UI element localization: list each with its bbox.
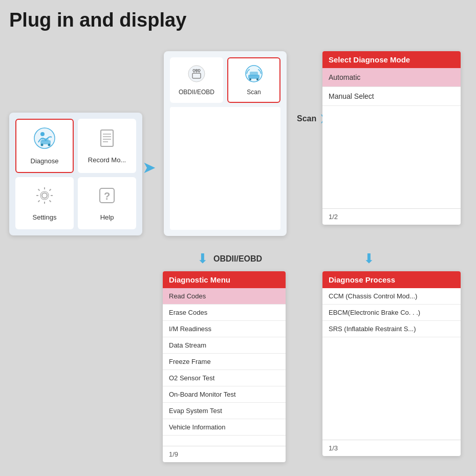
menu-grid: Diagnose Record Mo...	[15, 119, 136, 229]
diagnose-mode-spacer	[322, 106, 461, 208]
svg-point-11	[42, 193, 47, 198]
diagnose-mode-header: Select Diagnose Mode	[322, 51, 461, 68]
diagnostic-menu-footer: 1/9	[163, 446, 286, 462]
scan-label-text: Scan	[247, 89, 261, 96]
menu-item-help[interactable]: ? Help	[78, 177, 136, 229]
diagnostic-menu-panel: Diagnostic Menu Read Codes Erase Codes I…	[163, 271, 286, 462]
obdii-icon: OBD	[187, 64, 206, 86]
diagnose-process-header: Diagnose Process	[322, 271, 461, 288]
svg-point-24	[249, 78, 251, 80]
scan-item-scan[interactable]: Scan	[227, 57, 280, 103]
diagnostic-item-erase-codes[interactable]: Erase Codes	[163, 305, 286, 321]
diagnostic-item-onboard-monitor[interactable]: On-Board Monitor Test	[163, 386, 286, 403]
diagnostic-item-vehicle-info[interactable]: Vehicle Information	[163, 419, 286, 436]
svg-point-1	[40, 132, 45, 136]
svg-rect-3	[41, 138, 49, 141]
obdii-label: OBDII/EOBD	[179, 89, 214, 96]
svg-rect-6	[101, 130, 113, 146]
diagnostic-item-o2-sensor[interactable]: O2 Sensor Test	[163, 370, 286, 386]
scan-item-obdii[interactable]: OBD OBDII/EOBD	[170, 57, 223, 103]
process-arrow-icon: ⬇	[363, 251, 375, 267]
diagnostic-item-freeze-frame[interactable]: Freeze Frame	[163, 354, 286, 370]
diagnose-mode-item-manual[interactable]: Manual Select	[322, 87, 461, 106]
diagnostic-item-im-readiness[interactable]: I/M Readiness	[163, 321, 286, 337]
scan-icons-row: OBD OBDII/EOBD	[170, 57, 280, 103]
obdii-arrow-label: OBDII/EOBD	[213, 254, 262, 264]
record-label: Record Mo...	[88, 156, 126, 164]
diagnostic-item-evap-system[interactable]: Evap System Test	[163, 403, 286, 419]
svg-point-25	[256, 78, 258, 80]
scan-panel-body	[170, 107, 280, 230]
record-icon	[97, 128, 117, 153]
menu-item-diagnose[interactable]: Diagnose	[15, 119, 74, 173]
scan-arrow-label: Scan	[297, 114, 316, 123]
diagnostic-item-data-stream[interactable]: Data Stream	[163, 337, 286, 354]
diagnose-mode-footer: 1/2	[322, 208, 461, 225]
diagnose-process-spacer	[322, 337, 461, 440]
svg-point-5	[48, 144, 51, 146]
menu-item-settings[interactable]: Settings	[15, 177, 74, 229]
diagnose-process-item-ebcm[interactable]: EBCM(Electronic Brake Co. . .)	[322, 305, 461, 321]
page-title: Plug in and display	[9, 9, 186, 31]
diagnostic-menu-spacer	[163, 436, 286, 446]
obdii-arrow-section: ⬇ OBDII/EOBD	[197, 251, 262, 267]
diagnose-process-footer: 1/3	[322, 440, 461, 456]
diagnose-process-panel: Diagnose Process CCM (Chassis Control Mo…	[322, 271, 461, 456]
diagnose-label: Diagnose	[31, 157, 59, 165]
help-label: Help	[100, 213, 114, 221]
diagnostic-item-read-codes[interactable]: Read Codes	[163, 288, 286, 305]
obdii-arrow-icon: ⬇	[197, 251, 208, 267]
diagnose-mode-item-automatic[interactable]: Automatic	[322, 68, 461, 87]
svg-text:?: ?	[104, 190, 110, 202]
svg-rect-23	[250, 72, 258, 76]
arrow-main-to-scan: ➤	[142, 158, 156, 177]
diagnostic-menu-header: Diagnostic Menu	[163, 271, 286, 288]
svg-point-4	[41, 144, 44, 146]
diagnose-icon	[33, 127, 56, 154]
settings-icon	[34, 185, 55, 210]
diagnose-mode-panel: Select Diagnose Mode Automatic Manual Se…	[322, 51, 461, 225]
help-icon: ?	[97, 185, 117, 210]
process-arrow-section: ⬇	[363, 251, 375, 267]
main-menu-panel: Diagnose Record Mo...	[9, 113, 142, 235]
scan-car-icon	[245, 64, 263, 86]
diagnose-process-item-ccm[interactable]: CCM (Chassis Control Mod...)	[322, 288, 461, 305]
menu-item-record[interactable]: Record Mo...	[78, 119, 136, 173]
diagnose-process-item-srs[interactable]: SRS (Inflatable Restraint S...)	[322, 321, 461, 337]
scan-panel: OBD OBDII/EOBD	[164, 51, 287, 236]
svg-point-15	[188, 66, 205, 82]
svg-text:OBD: OBD	[192, 69, 201, 72]
settings-label: Settings	[33, 213, 57, 221]
